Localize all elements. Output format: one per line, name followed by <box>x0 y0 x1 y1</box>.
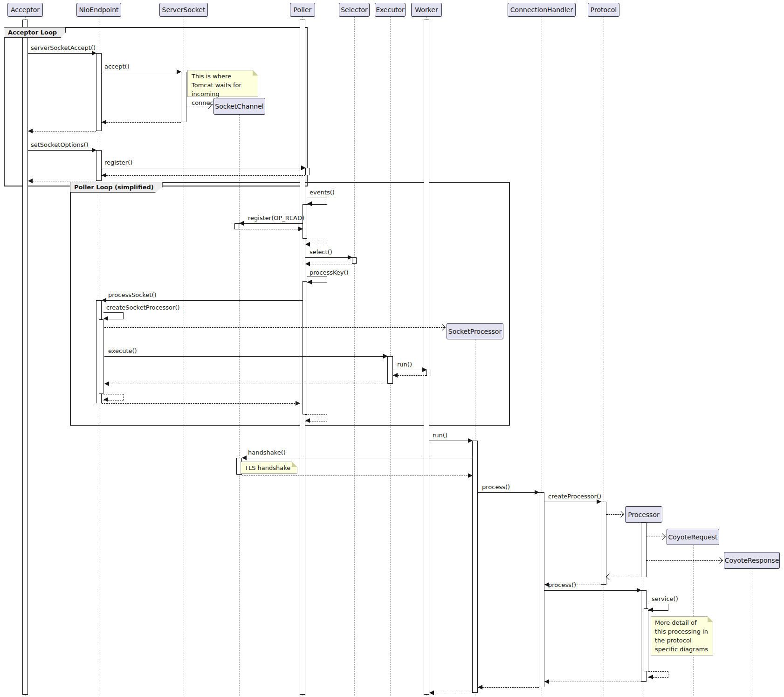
participant-poller: Poller <box>290 3 315 17</box>
message-run-socketprocessor-line <box>429 441 472 441</box>
arrowhead-icon <box>307 201 312 206</box>
message-execute-line <box>104 356 387 357</box>
return-process-processor-line <box>544 682 641 682</box>
activation-poller-register <box>305 168 310 175</box>
return-setsocketoptions-line <box>28 181 96 181</box>
arrowhead-icon <box>305 242 310 247</box>
lifeline-coyoteresponse <box>752 569 752 696</box>
arrowhead-icon <box>102 298 106 303</box>
arrowhead-icon <box>298 227 303 231</box>
note-more-detail: More detail of this processing in the pr… <box>651 616 713 656</box>
participant-nioendpoint: NioEndpoint <box>76 3 121 17</box>
arrowhead-icon <box>305 418 310 423</box>
participant-serversocket: ServerSocket <box>159 3 208 17</box>
return-process-line <box>478 687 539 688</box>
message-process-line <box>478 492 539 493</box>
participant-coyoteresponse: CoyoteResponse <box>724 552 780 569</box>
message-select-label: select() <box>309 248 332 255</box>
arrowhead-open-icon <box>618 511 624 518</box>
arrowhead-icon <box>648 675 653 679</box>
message-execute-label: execute() <box>108 347 137 354</box>
message-run-worker-line <box>393 370 426 370</box>
participant-worker: Worker <box>411 3 442 17</box>
message-run-worker-label: run() <box>397 361 412 368</box>
return-select-line <box>305 264 352 264</box>
return-processsocket-line <box>102 403 300 404</box>
arrowhead-icon <box>104 381 109 386</box>
arrowhead-icon <box>348 255 352 260</box>
arrowhead-icon <box>103 397 108 402</box>
return-nioendpoint-line <box>28 131 96 131</box>
activation-nioendpoint-createsp <box>99 319 103 394</box>
activation-acceptor <box>22 20 28 695</box>
arrowhead-icon <box>177 69 181 74</box>
note-tomcat-waits: This is where Tomcat waits for incoming … <box>187 70 258 97</box>
message-serversocketaccept-label: serverSocketAccept() <box>31 44 96 51</box>
participant-socketprocessor: SocketProcessor <box>447 323 503 339</box>
frame-acceptor-loop-title: Acceptor Loop <box>4 27 66 38</box>
arrowhead-icon <box>102 173 106 178</box>
activation-processor-service <box>644 608 648 671</box>
arrowhead-open-icon <box>659 533 666 540</box>
activation-nioendpoint-accept <box>96 53 102 131</box>
message-create-coyoteresponse-line <box>646 560 722 561</box>
message-accept-label: accept() <box>104 63 130 70</box>
arrowhead-icon <box>103 316 108 321</box>
message-events-label: events() <box>309 189 335 196</box>
message-createsocketprocessor-label: createSocketProcessor() <box>106 304 180 311</box>
arrowhead-icon <box>478 685 482 690</box>
activation-worker-run <box>426 370 431 376</box>
message-processkey-label: processKey() <box>309 269 349 276</box>
message-accept-line <box>102 72 181 72</box>
participant-acceptor: Acceptor <box>7 3 43 17</box>
sequence-diagram: Acceptor Loop Poller Loop (simplified) s… <box>0 0 784 697</box>
message-setsocketoptions-label: setSocketOptions() <box>31 141 89 148</box>
message-handshake-line <box>242 458 472 458</box>
arrowhead-icon <box>92 148 96 152</box>
activation-nioendpoint-options <box>96 150 102 181</box>
message-register-opread-label: register(OP_READ) <box>248 214 304 221</box>
arrowhead-icon <box>535 490 539 495</box>
message-run-socketprocessor-label: run() <box>433 432 447 439</box>
arrowhead-icon <box>92 51 96 55</box>
arrowhead-icon <box>422 367 427 372</box>
arrowhead-open-icon <box>716 557 723 564</box>
participant-socketchannel: SocketChannel <box>213 98 265 115</box>
activation-connectionhandler <box>539 492 544 687</box>
arrowhead-icon <box>544 679 549 684</box>
arrowhead-icon <box>307 280 312 284</box>
arrowhead-icon <box>301 166 306 170</box>
activation-poller-processkey <box>303 281 307 414</box>
message-createprocessor-label: createProcessor() <box>548 493 601 500</box>
arrowhead-icon <box>239 221 244 226</box>
arrowhead-icon <box>242 455 247 460</box>
message-register-line <box>102 168 305 168</box>
message-setsocketoptions-line <box>28 150 96 151</box>
activation-poller-events <box>303 204 307 239</box>
activation-worker <box>424 20 429 695</box>
participant-connectionhandler: ConnectionHandler <box>508 3 576 17</box>
arrowhead-icon <box>28 129 33 133</box>
arrowhead-icon <box>637 588 641 593</box>
message-process-label: process() <box>482 483 510 490</box>
arrowhead-icon <box>429 690 434 695</box>
arrowhead-icon <box>102 120 106 124</box>
arrowhead-icon <box>393 373 398 378</box>
return-handshake-line <box>242 476 472 476</box>
message-processsocket-line <box>102 300 303 301</box>
participant-protocol: Protocol <box>588 3 619 17</box>
note-tls-handshake: TLS handshake <box>241 462 297 474</box>
message-register-opread-line <box>239 223 303 224</box>
message-select-line <box>305 257 352 258</box>
return-run-worker-line <box>393 375 426 376</box>
return-run-socketprocessor-line <box>429 693 472 693</box>
participant-processor: Processor <box>625 506 662 523</box>
arrowhead-icon <box>28 179 33 183</box>
arrowhead-icon <box>383 354 388 359</box>
return-register-opread-line <box>239 229 303 229</box>
message-serversocketaccept-line <box>28 53 96 54</box>
activation-protocol <box>601 502 606 585</box>
return-register-line <box>102 175 305 176</box>
return-execute-line <box>104 384 387 384</box>
activation-processor-create <box>641 523 646 577</box>
